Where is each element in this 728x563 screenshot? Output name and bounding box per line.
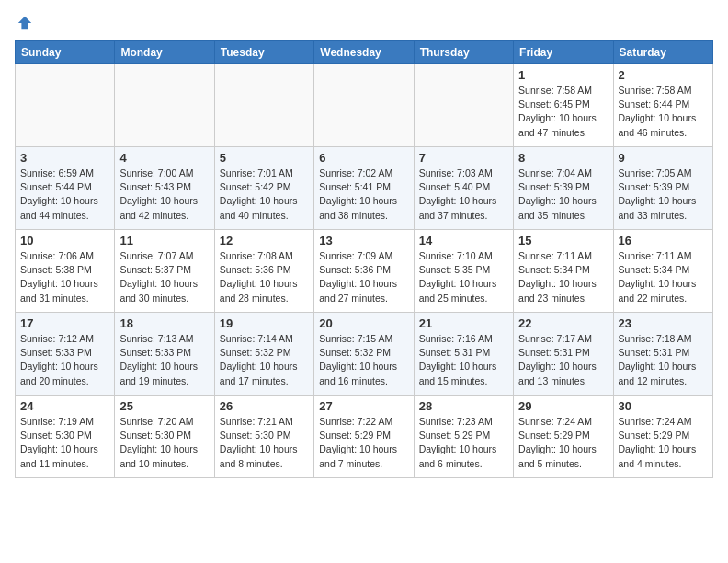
day-number: 30 <box>619 399 708 413</box>
day-number: 5 <box>220 151 309 165</box>
day-cell-14: 14Sunrise: 7:10 AM Sunset: 5:35 PM Dayli… <box>414 230 513 313</box>
weekday-header-tuesday: Tuesday <box>214 41 313 64</box>
day-info: Sunrise: 7:23 AM Sunset: 5:29 PM Dayligh… <box>419 415 508 471</box>
day-cell-27: 27Sunrise: 7:22 AM Sunset: 5:29 PM Dayli… <box>314 396 414 478</box>
day-info: Sunrise: 7:21 AM Sunset: 5:30 PM Dayligh… <box>220 415 309 471</box>
day-info: Sunrise: 7:09 AM Sunset: 5:36 PM Dayligh… <box>319 249 408 305</box>
svg-marker-0 <box>18 17 31 29</box>
day-info: Sunrise: 7:17 AM Sunset: 5:31 PM Dayligh… <box>518 332 608 388</box>
day-number: 11 <box>119 234 209 247</box>
empty-cell <box>414 64 513 147</box>
day-cell-10: 10Sunrise: 7:06 AM Sunset: 5:38 PM Dayli… <box>16 230 115 313</box>
day-number: 13 <box>319 234 408 247</box>
day-cell-15: 15Sunrise: 7:11 AM Sunset: 5:34 PM Dayli… <box>514 230 613 313</box>
day-number: 16 <box>619 234 708 247</box>
day-cell-12: 12Sunrise: 7:08 AM Sunset: 5:36 PM Dayli… <box>214 230 313 313</box>
day-number: 18 <box>119 316 209 330</box>
day-number: 17 <box>20 316 109 330</box>
logo <box>15 15 33 31</box>
day-info: Sunrise: 6:59 AM Sunset: 5:44 PM Dayligh… <box>20 167 109 223</box>
week-row-4: 17Sunrise: 7:12 AM Sunset: 5:33 PM Dayli… <box>16 313 713 396</box>
day-info: Sunrise: 7:11 AM Sunset: 5:34 PM Dayligh… <box>619 249 708 305</box>
day-number: 4 <box>119 151 209 165</box>
day-info: Sunrise: 7:00 AM Sunset: 5:43 PM Dayligh… <box>119 167 209 223</box>
day-info: Sunrise: 7:12 AM Sunset: 5:33 PM Dayligh… <box>20 332 109 388</box>
day-number: 26 <box>220 399 309 413</box>
day-cell-17: 17Sunrise: 7:12 AM Sunset: 5:33 PM Dayli… <box>16 313 115 396</box>
day-info: Sunrise: 7:15 AM Sunset: 5:32 PM Dayligh… <box>319 332 408 388</box>
day-info: Sunrise: 7:04 AM Sunset: 5:39 PM Dayligh… <box>518 167 608 223</box>
day-info: Sunrise: 7:11 AM Sunset: 5:34 PM Dayligh… <box>518 249 608 305</box>
weekday-header-thursday: Thursday <box>414 41 513 64</box>
day-cell-20: 20Sunrise: 7:15 AM Sunset: 5:32 PM Dayli… <box>314 313 414 396</box>
weekday-header-wednesday: Wednesday <box>314 41 414 64</box>
page-header <box>15 15 713 31</box>
day-number: 2 <box>619 68 708 82</box>
day-info: Sunrise: 7:18 AM Sunset: 5:31 PM Dayligh… <box>619 332 708 388</box>
day-number: 6 <box>319 151 408 165</box>
day-info: Sunrise: 7:05 AM Sunset: 5:39 PM Dayligh… <box>619 167 708 223</box>
week-row-2: 3Sunrise: 6:59 AM Sunset: 5:44 PM Daylig… <box>16 147 713 230</box>
weekday-header-sunday: Sunday <box>16 41 115 64</box>
day-number: 10 <box>20 234 109 247</box>
day-cell-22: 22Sunrise: 7:17 AM Sunset: 5:31 PM Dayli… <box>514 313 613 396</box>
day-info: Sunrise: 7:58 AM Sunset: 6:45 PM Dayligh… <box>518 84 608 140</box>
day-info: Sunrise: 7:24 AM Sunset: 5:29 PM Dayligh… <box>619 415 708 471</box>
day-number: 8 <box>518 151 608 165</box>
day-info: Sunrise: 7:16 AM Sunset: 5:31 PM Dayligh… <box>419 332 508 388</box>
day-cell-25: 25Sunrise: 7:20 AM Sunset: 5:30 PM Dayli… <box>115 396 214 478</box>
day-cell-8: 8Sunrise: 7:04 AM Sunset: 5:39 PM Daylig… <box>514 147 613 230</box>
day-info: Sunrise: 7:06 AM Sunset: 5:38 PM Dayligh… <box>20 249 109 305</box>
day-number: 15 <box>518 234 608 247</box>
day-cell-30: 30Sunrise: 7:24 AM Sunset: 5:29 PM Dayli… <box>613 396 712 478</box>
day-info: Sunrise: 7:13 AM Sunset: 5:33 PM Dayligh… <box>119 332 209 388</box>
day-number: 21 <box>419 316 508 330</box>
empty-cell <box>115 64 214 147</box>
day-cell-13: 13Sunrise: 7:09 AM Sunset: 5:36 PM Dayli… <box>314 230 414 313</box>
day-cell-24: 24Sunrise: 7:19 AM Sunset: 5:30 PM Dayli… <box>16 396 115 478</box>
day-number: 3 <box>20 151 109 165</box>
empty-cell <box>314 64 414 147</box>
day-number: 7 <box>419 151 508 165</box>
day-number: 23 <box>619 316 708 330</box>
day-cell-21: 21Sunrise: 7:16 AM Sunset: 5:31 PM Dayli… <box>414 313 513 396</box>
calendar-table: SundayMondayTuesdayWednesdayThursdayFrid… <box>15 40 713 478</box>
day-number: 14 <box>419 234 508 247</box>
day-info: Sunrise: 7:01 AM Sunset: 5:42 PM Dayligh… <box>220 167 309 223</box>
day-info: Sunrise: 7:08 AM Sunset: 5:36 PM Dayligh… <box>220 249 309 305</box>
day-number: 24 <box>20 399 109 413</box>
day-cell-29: 29Sunrise: 7:24 AM Sunset: 5:29 PM Dayli… <box>514 396 613 478</box>
week-row-3: 10Sunrise: 7:06 AM Sunset: 5:38 PM Dayli… <box>16 230 713 313</box>
day-number: 27 <box>319 399 408 413</box>
day-cell-28: 28Sunrise: 7:23 AM Sunset: 5:29 PM Dayli… <box>414 396 513 478</box>
weekday-header-saturday: Saturday <box>613 41 712 64</box>
week-row-1: 1Sunrise: 7:58 AM Sunset: 6:45 PM Daylig… <box>16 64 713 147</box>
day-number: 28 <box>419 399 508 413</box>
day-number: 25 <box>119 399 209 413</box>
day-info: Sunrise: 7:14 AM Sunset: 5:32 PM Dayligh… <box>220 332 309 388</box>
day-cell-6: 6Sunrise: 7:02 AM Sunset: 5:41 PM Daylig… <box>314 147 414 230</box>
day-cell-5: 5Sunrise: 7:01 AM Sunset: 5:42 PM Daylig… <box>214 147 313 230</box>
day-number: 9 <box>619 151 708 165</box>
week-row-5: 24Sunrise: 7:19 AM Sunset: 5:30 PM Dayli… <box>16 396 713 478</box>
day-cell-26: 26Sunrise: 7:21 AM Sunset: 5:30 PM Dayli… <box>214 396 313 478</box>
day-info: Sunrise: 7:19 AM Sunset: 5:30 PM Dayligh… <box>20 415 109 471</box>
day-number: 19 <box>220 316 309 330</box>
day-info: Sunrise: 7:58 AM Sunset: 6:44 PM Dayligh… <box>619 84 708 140</box>
weekday-header-friday: Friday <box>514 41 613 64</box>
empty-cell <box>16 64 115 147</box>
day-cell-9: 9Sunrise: 7:05 AM Sunset: 5:39 PM Daylig… <box>613 147 712 230</box>
logo-icon <box>17 15 33 31</box>
day-cell-16: 16Sunrise: 7:11 AM Sunset: 5:34 PM Dayli… <box>613 230 712 313</box>
day-cell-11: 11Sunrise: 7:07 AM Sunset: 5:37 PM Dayli… <box>115 230 214 313</box>
day-cell-1: 1Sunrise: 7:58 AM Sunset: 6:45 PM Daylig… <box>514 64 613 147</box>
day-info: Sunrise: 7:24 AM Sunset: 5:29 PM Dayligh… <box>518 415 608 471</box>
day-info: Sunrise: 7:03 AM Sunset: 5:40 PM Dayligh… <box>419 167 508 223</box>
day-number: 20 <box>319 316 408 330</box>
day-number: 1 <box>518 68 608 82</box>
day-cell-3: 3Sunrise: 6:59 AM Sunset: 5:44 PM Daylig… <box>16 147 115 230</box>
weekday-header-row: SundayMondayTuesdayWednesdayThursdayFrid… <box>16 41 713 64</box>
day-cell-19: 19Sunrise: 7:14 AM Sunset: 5:32 PM Dayli… <box>214 313 313 396</box>
day-info: Sunrise: 7:20 AM Sunset: 5:30 PM Dayligh… <box>119 415 209 471</box>
day-cell-23: 23Sunrise: 7:18 AM Sunset: 5:31 PM Dayli… <box>613 313 712 396</box>
